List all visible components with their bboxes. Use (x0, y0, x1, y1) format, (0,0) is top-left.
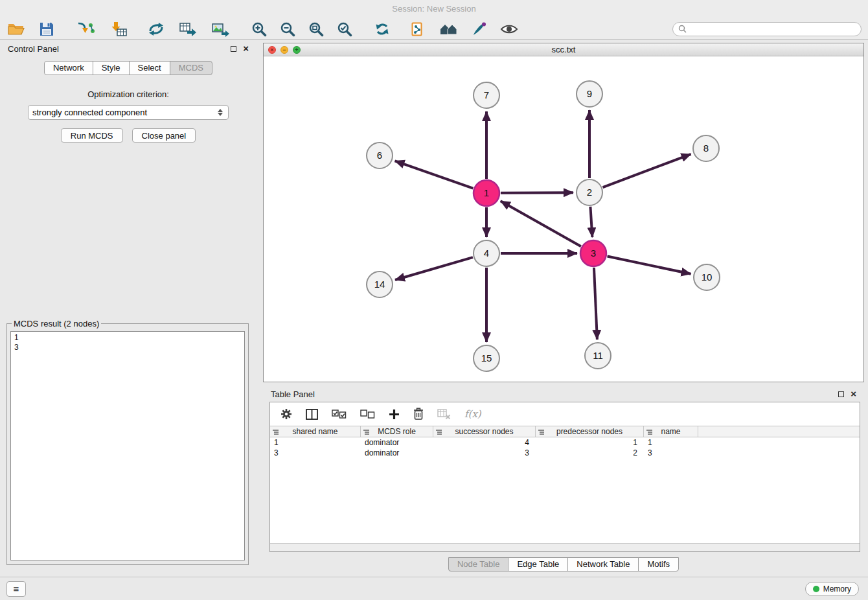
minimize-window-icon[interactable]: − (280, 46, 288, 54)
column-label: successor nodes (455, 427, 513, 436)
zoom-in-icon[interactable] (251, 19, 267, 39)
open-folder-icon[interactable] (8, 19, 25, 39)
table-tab-node-table[interactable]: Node Table (448, 557, 509, 571)
node-15[interactable]: 15 (474, 345, 499, 371)
node-label: 3 (591, 248, 596, 259)
mcds-result-box[interactable]: 13 (10, 331, 245, 560)
table-tab-edge-table[interactable]: Edge Table (508, 557, 568, 571)
node-11[interactable]: 11 (585, 343, 611, 369)
close-panel-button[interactable]: Close panel (132, 128, 196, 143)
table-tab-motifs[interactable]: Motifs (638, 557, 679, 571)
table-cell: 2 (536, 448, 644, 458)
close-icon[interactable]: × (243, 45, 249, 52)
zoom-fit-icon[interactable] (308, 19, 324, 39)
node-label: 8 (703, 143, 709, 154)
node-9[interactable]: 9 (577, 81, 602, 107)
main-toolbar (0, 18, 868, 40)
column-header-predecessor-nodes[interactable]: predecessor nodes (536, 426, 644, 437)
node-4[interactable]: 4 (474, 240, 499, 266)
style-icon[interactable] (472, 19, 487, 39)
select-arrows-icon (218, 109, 223, 116)
delete-icon[interactable] (413, 406, 424, 422)
select-all-icon[interactable] (332, 406, 347, 422)
gear-icon[interactable] (280, 406, 292, 422)
zoom-selected-icon[interactable] (337, 19, 352, 39)
import-network-icon[interactable] (76, 19, 95, 39)
network-window-title: scc.txt (264, 45, 863, 54)
header-filler (698, 426, 860, 437)
tab-network[interactable]: Network (44, 61, 93, 75)
run-mcds-button[interactable]: Run MCDS (61, 128, 123, 143)
clone-network-icon[interactable] (411, 19, 425, 39)
task-history-button[interactable]: ≡ (6, 581, 26, 597)
deselect-all-icon[interactable] (360, 406, 375, 422)
horizontal-scrollbar[interactable] (270, 543, 860, 551)
memory-button[interactable]: Memory (805, 582, 859, 596)
result-line: 3 (14, 343, 241, 352)
node-1[interactable]: 1 (474, 180, 499, 206)
table-tab-network-table[interactable]: Network Table (567, 557, 639, 571)
column-header-shared-name[interactable]: shared name (270, 426, 361, 437)
refresh-icon[interactable] (374, 19, 390, 39)
column-header-successor-nodes[interactable]: successor nodes (433, 426, 536, 437)
edge-3-10[interactable] (608, 257, 691, 274)
zoom-window-icon[interactable]: + (293, 46, 301, 54)
tab-mcds[interactable]: MCDS (170, 61, 212, 75)
edge-3-1[interactable] (501, 201, 581, 246)
table-toolbar: f(x) (270, 402, 860, 426)
import-table-icon[interactable] (110, 19, 127, 39)
table-row[interactable]: 3dominator323 (270, 448, 860, 458)
table-cell: 1 (536, 437, 644, 448)
table-cell: 4 (433, 437, 536, 448)
edges-layer (395, 110, 691, 342)
search-input[interactable] (690, 25, 856, 34)
node-6[interactable]: 6 (367, 143, 393, 168)
edge-1-2[interactable] (501, 192, 573, 193)
node-8[interactable]: 8 (693, 135, 719, 161)
show-hide-icon[interactable] (500, 19, 518, 39)
node-14[interactable]: 14 (367, 271, 393, 297)
optimization-criterion-select[interactable]: strongly connected component (28, 105, 229, 120)
close-window-icon[interactable]: × (268, 46, 276, 54)
table-panel-header: Table Panel × (263, 386, 864, 402)
table-panel: Table Panel × (263, 386, 864, 574)
table-row[interactable]: 1dominator411 (270, 437, 860, 448)
node-3[interactable]: 3 (580, 240, 606, 266)
edge-1-6[interactable] (395, 161, 474, 188)
export-table-icon[interactable] (179, 19, 197, 39)
network-window-titlebar[interactable]: × − + scc.txt (264, 43, 863, 56)
zoom-out-icon[interactable] (280, 19, 295, 39)
apply-layout-icon[interactable] (148, 19, 165, 39)
export-image-icon[interactable] (211, 19, 229, 39)
search-field[interactable] (672, 22, 862, 36)
home-icon[interactable] (439, 19, 459, 39)
node-label: 14 (374, 279, 385, 290)
save-icon[interactable] (39, 19, 54, 39)
column-label: predecessor nodes (556, 427, 622, 436)
edge-3-11[interactable] (594, 268, 597, 340)
node-7[interactable]: 7 (474, 82, 499, 108)
table-cell: 3 (433, 448, 536, 458)
float-icon[interactable] (231, 46, 236, 52)
optimization-criterion-label: Optimization criterion: (0, 89, 257, 99)
sort-icon (436, 429, 442, 435)
control-panel: Control Panel × NetworkStyleSelectMCDS O… (0, 40, 257, 577)
float-icon[interactable] (838, 391, 844, 397)
add-icon[interactable] (389, 406, 400, 422)
columns-icon[interactable] (306, 406, 318, 422)
node-10[interactable]: 10 (694, 264, 720, 290)
column-header-MCDS-role[interactable]: MCDS role (361, 426, 433, 437)
table-area: f(x) shared nameMCDS rolesuccessor nodes… (269, 402, 860, 552)
table-cell: 3 (270, 448, 361, 458)
table-cell: dominator (361, 448, 433, 458)
node-label: 15 (481, 352, 492, 363)
tab-style[interactable]: Style (93, 61, 130, 75)
edge-4-14[interactable] (395, 257, 473, 280)
network-canvas[interactable]: 7968124314101511 (264, 56, 863, 382)
node-2[interactable]: 2 (577, 179, 602, 205)
tab-select[interactable]: Select (129, 61, 170, 75)
column-header-name[interactable]: name (644, 426, 698, 437)
edge-2-3[interactable] (590, 207, 592, 237)
close-icon[interactable]: × (851, 390, 856, 398)
edge-2-8[interactable] (603, 154, 691, 187)
